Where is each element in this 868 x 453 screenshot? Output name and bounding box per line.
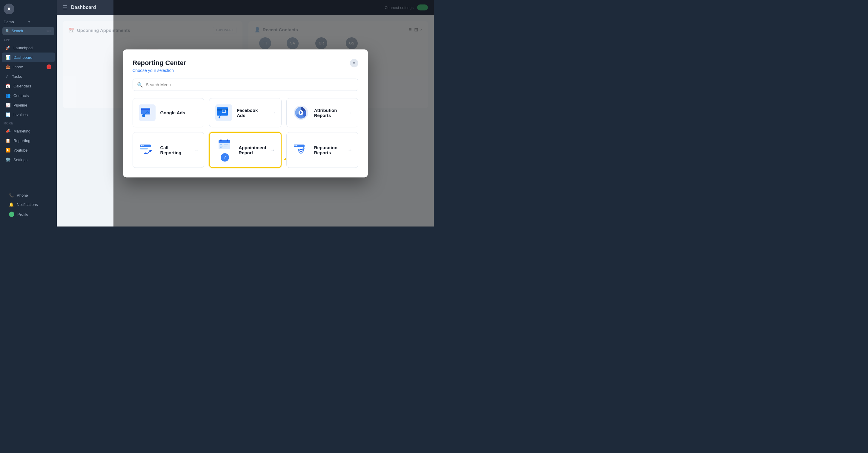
report-grid: Google Ads → Facebook Ads	[132, 98, 358, 168]
appointment-report-label: Appointment Report	[239, 145, 266, 155]
svg-point-29	[294, 145, 296, 146]
launchpad-icon: 🚀	[5, 45, 10, 50]
sidebar-item-label: Phone	[17, 193, 28, 198]
svg-rect-19	[219, 140, 230, 143]
sidebar-item-label: Marketing	[13, 129, 30, 133]
report-card-reputation[interactable]: Reputation Reports →	[286, 132, 358, 168]
search-shortcut: ⌘K	[46, 30, 51, 33]
modal-close-button[interactable]: ×	[350, 59, 358, 67]
sidebar-item-label: Contacts	[13, 93, 29, 98]
arrow-icon: →	[271, 147, 275, 153]
sidebar-item-label: Settings	[13, 158, 28, 162]
phone-icon: 📞	[9, 193, 14, 198]
sidebar-item-pipeline[interactable]: 📈 Pipeline	[2, 100, 55, 110]
sidebar-item-reporting[interactable]: 📋 Reporting	[2, 136, 55, 145]
sidebar-item-label: Calendars	[13, 84, 31, 88]
sidebar-item-label: Notifications	[17, 202, 38, 207]
modal-title: Reporting Center	[132, 59, 350, 67]
marketing-icon: 📣	[5, 129, 10, 133]
sidebar-demo[interactable]: Demo ▾	[0, 18, 57, 26]
chevron-icon: ▾	[28, 20, 53, 24]
sidebar-item-label: Reporting	[13, 138, 30, 143]
close-icon: ×	[353, 61, 355, 65]
svg-rect-26	[224, 145, 227, 146]
sidebar-item-dashboard[interactable]: 📊 Dashboard	[2, 53, 55, 62]
reporting-center-modal: Reporting Center Choose your selection ×…	[123, 49, 368, 177]
sidebar-item-label: Youtube	[13, 148, 28, 153]
sidebar-item-label: Pipeline	[13, 103, 27, 107]
arrow-icon: →	[271, 110, 276, 115]
svg-point-31	[300, 149, 302, 152]
calendar-icon: 📅	[69, 28, 75, 33]
svg-rect-13	[300, 112, 302, 113]
section-app: APP	[0, 36, 57, 43]
arrow-icon: →	[348, 147, 353, 153]
profile-dot	[9, 212, 14, 217]
svg-rect-25	[224, 144, 228, 145]
reporting-icon: 📋	[5, 138, 10, 143]
sidebar-item-launchpad[interactable]: 🚀 Launchpad	[2, 43, 55, 53]
sidebar-item-label: Launchpad	[13, 46, 33, 50]
sidebar-item-invoices[interactable]: 🧾 Invoices	[2, 110, 55, 119]
sidebar-item-notifications[interactable]: 🔔 Notifications	[5, 200, 51, 209]
sidebar: A Demo ▾ 🔍 Search ⌘K APP 🚀 Launchpad 📊 D…	[0, 0, 57, 226]
sidebar-item-contacts[interactable]: 👥 Contacts	[2, 91, 55, 100]
contacts-icon: 👥	[5, 93, 10, 98]
sidebar-item-youtube[interactable]: ▶️ Youtube	[2, 145, 55, 155]
attribution-label: Attribution Reports	[314, 107, 344, 118]
svg-rect-23	[220, 145, 223, 146]
sidebar-footer: 📞 Phone 🔔 Notifications Profile	[0, 187, 57, 223]
svg-rect-20	[220, 139, 222, 141]
arrow-icon: →	[348, 110, 353, 115]
facebook-ads-label: Facebook Ads	[237, 107, 267, 118]
dashboard-icon: 📊	[5, 55, 10, 60]
invoices-icon: 🧾	[5, 112, 10, 117]
google-ads-icon	[138, 103, 156, 122]
svg-rect-21	[227, 139, 228, 141]
svg-point-15	[141, 145, 142, 146]
report-card-facebook-ads[interactable]: Facebook Ads →	[209, 98, 281, 127]
sidebar-item-tasks[interactable]: ✓ Tasks	[2, 72, 55, 81]
search-icon: 🔍	[5, 29, 10, 33]
sidebar-item-marketing[interactable]: 📣 Marketing	[2, 126, 55, 136]
menu-icon[interactable]: ☰	[63, 4, 67, 11]
report-card-google-ads[interactable]: Google Ads →	[132, 98, 205, 127]
svg-rect-2	[141, 109, 150, 110]
svg-rect-24	[220, 147, 222, 148]
bell-icon: 🔔	[9, 202, 14, 207]
section-more: MORE	[0, 119, 57, 126]
settings-icon: ⚙️	[5, 157, 10, 162]
report-card-attribution[interactable]: Attribution Reports →	[286, 98, 358, 127]
reputation-icon	[292, 141, 310, 159]
report-card-appointment[interactable]: ✓ Appointment Report →	[209, 132, 281, 168]
sidebar-item-calendars[interactable]: 📅 Calendars	[2, 81, 55, 91]
call-reporting-label: Call Reporting	[160, 145, 190, 155]
svg-rect-17	[140, 148, 148, 149]
call-reporting-icon	[138, 141, 156, 159]
sidebar-item-inbox[interactable]: 📥 Inbox 1	[2, 62, 55, 72]
arrow-icon: →	[194, 147, 198, 153]
report-card-call-reporting[interactable]: Call Reporting →	[132, 132, 205, 168]
calendars-icon: 📅	[5, 84, 10, 88]
svg-point-9	[219, 117, 220, 118]
search-icon: 🔍	[137, 82, 143, 88]
page-title: Dashboard	[71, 5, 96, 10]
svg-rect-8	[222, 110, 225, 112]
youtube-icon: ▶️	[5, 148, 10, 153]
sidebar-search[interactable]: 🔍 Search ⌘K	[2, 27, 54, 35]
sidebar-item-label: Tasks	[12, 74, 22, 79]
svg-rect-22	[220, 144, 222, 145]
inbox-icon: 📥	[5, 64, 10, 69]
svg-point-16	[143, 145, 144, 146]
inbox-badge: 1	[46, 64, 51, 69]
sidebar-item-label: Invoices	[13, 112, 28, 117]
search-input[interactable]	[146, 83, 354, 87]
modal-subtitle: Choose your selection	[132, 68, 350, 72]
avatar: A	[4, 4, 14, 14]
sidebar-item-label: Inbox	[13, 65, 23, 69]
sidebar-item-phone[interactable]: 📞 Phone	[5, 191, 51, 200]
sidebar-item-settings[interactable]: ⚙️ Settings	[2, 155, 55, 164]
check-badge: ✓	[221, 153, 229, 161]
sidebar-item-profile[interactable]: Profile	[5, 209, 51, 219]
svg-point-30	[296, 145, 298, 146]
